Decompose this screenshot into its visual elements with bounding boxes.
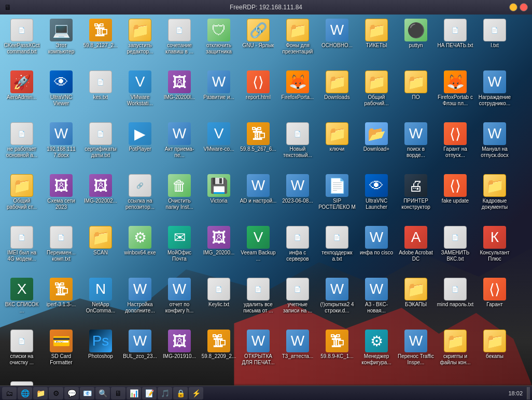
desktop-icon-gnu-shortcut[interactable]: 🔗GNU - Ярлык xyxy=(239,17,278,66)
desktop-icon-img2020-1[interactable]: 🖼IMG-20200l... xyxy=(160,68,199,118)
taskbar-icon-11[interactable]: 🔒 xyxy=(173,387,188,399)
taskbar-icon-7[interactable]: 🖥 xyxy=(111,387,125,399)
taskbar-icon-5[interactable]: 📧 xyxy=(80,387,94,399)
desktop-icon-iperf[interactable]: 🗜iperf-3.1.3-... xyxy=(41,276,81,325)
desktop-icon-pereimen[interactable]: 📄Переимен... комп.txt xyxy=(41,224,81,274)
desktop-icon-klyuchi[interactable]: 📁ключи xyxy=(317,120,357,170)
desktop-icon-downloads[interactable]: 📁Downloads xyxy=(317,68,357,118)
desktop-icon-vmware-co[interactable]: VVMware-co... xyxy=(199,120,239,170)
taskbar-icon-8[interactable]: 📊 xyxy=(127,387,141,399)
desktop-icon-downloadplus[interactable]: 📂Download+ xyxy=(357,120,396,170)
desktop-icon-ltxt[interactable]: 📄l.txt xyxy=(475,17,514,66)
desktop-icon-kulakov[interactable]: 📄Кулаков СЭД Дело.txt xyxy=(2,379,41,385)
desktop-icon-obsh-rabochy[interactable]: 📁Общий рабочий... xyxy=(357,68,396,118)
desktop-icon-ssylka[interactable]: 🔗ссылка на репозитор... xyxy=(120,172,160,222)
desktop-icon-victoria[interactable]: 💾Victoria xyxy=(199,172,239,222)
desktop-icon-menedzher[interactable]: ⚙Менеджер конфигура... xyxy=(357,327,396,377)
desktop-icon-fake-update[interactable]: ⟨⟩fake update xyxy=(436,172,475,222)
desktop-icon-tickets[interactable]: 📁ТИКЕТЫ xyxy=(357,17,396,66)
desktop-icon-nastroyka[interactable]: WНастройка дополните... xyxy=(120,276,160,325)
desktop-icon-info-servers[interactable]: 📄инфа с серверов xyxy=(278,224,317,274)
desktop-icon-bul-zco[interactable]: WBUL_zco_23... xyxy=(120,327,160,377)
desktop-icon-keylic[interactable]: 📄Keylic.txt xyxy=(199,276,239,325)
desktop-icon-zip2209[interactable]: 🗜59.8_2209_2... xyxy=(199,327,239,377)
taskbar-icon-6[interactable]: 🔍 xyxy=(95,387,110,399)
desktop-icon-t3-attest[interactable]: WТ3_аттеста... xyxy=(278,327,317,377)
desktop-icon-skripti[interactable]: 📁скрипты и файлы кон... xyxy=(436,327,475,377)
desktop-icon-computer[interactable]: 💻Этот компьютер xyxy=(41,17,81,66)
desktop-icon-ultravnc-launcher[interactable]: 👁UltraVNC Launcher xyxy=(357,172,396,222)
desktop-icon-potplayer[interactable]: ▶PotPlayer xyxy=(120,120,160,170)
desktop-icon-razvitie[interactable]: WРазвитие и... xyxy=(199,68,239,118)
desktop-icon-shortcut-keys[interactable]: 📄сочетание клавиш в ... xyxy=(160,17,199,66)
desktop-icon-otkrytka-print[interactable]: WОТКРЫТКА ДЛЯ ПЕЧАТ... xyxy=(239,327,278,377)
desktop-icon-mind-parol[interactable]: 📄mind пароль.txt xyxy=(436,276,475,325)
desktop-icon-backgrounds[interactable]: 📁Фоны для презентаций xyxy=(278,17,317,66)
desktop-icon-imei[interactable]: 📄IMEI был на 4G модем... xyxy=(2,224,41,274)
desktop-icon-firefoxportab2[interactable]: 🦊FirefoxPortab с Флэш пл... xyxy=(436,68,475,118)
desktop-icon-garant[interactable]: ⟨⟩Гарант на отпуск... xyxy=(436,120,475,170)
desktop-icon-kadrovye[interactable]: 📁Кадровые документы xyxy=(475,172,514,222)
desktop-icon-photoshop[interactable]: PsPhotoshop xyxy=(81,327,120,377)
taskbar-icon-10[interactable]: 🎵 xyxy=(158,387,172,399)
desktop-icon-img2020-3[interactable]: 🖼IMG_20200... xyxy=(199,224,239,274)
desktop-icon-poisk[interactable]: Wпоиск в ворде... xyxy=(396,120,436,170)
taskbar-icon-0[interactable]: 🗂 xyxy=(2,387,17,399)
desktop-icon-printer-constr[interactable]: 🖨ПРИНТЕР конструктор xyxy=(396,172,436,222)
desktop-icon-vmware[interactable]: VVMware Workstati... xyxy=(120,68,160,118)
desktop-icon-garant2[interactable]: ⟨⟩Гарант xyxy=(475,276,514,325)
desktop-icon-akt[interactable]: WАкт приема-пе... xyxy=(160,120,199,170)
desktop-icon-osnovno[interactable]: WОСНОВНО... xyxy=(317,17,357,66)
desktop-icon-2023-06[interactable]: W2023-06-08... xyxy=(278,172,317,222)
desktop-icon-launch-editor[interactable]: 📁запустить редактор... xyxy=(120,17,160,66)
desktop-icon-moyoffis[interactable]: ✉МойОфис Почта xyxy=(160,224,199,274)
taskbar-icon-9[interactable]: 📝 xyxy=(142,387,157,399)
desktop-icon-report-html[interactable]: ⟨⟩report.html xyxy=(239,68,278,118)
close-button[interactable] xyxy=(520,3,528,11)
desktop-icon-sd-card[interactable]: 💳SD Card Formatter xyxy=(41,327,81,377)
desktop-icon-ad-nastro[interactable]: WAD и настрой... xyxy=(239,172,278,222)
minimize-button[interactable] xyxy=(509,3,517,11)
desktop-icon-winbox[interactable]: ⚙winbox64.exe xyxy=(120,224,160,274)
desktop-icon-ultravnc[interactable]: 👁UltraVNC Viewer xyxy=(41,68,81,118)
desktop-icon-otkrytka24[interactable]: W(!)открытка2 4 строки.d... xyxy=(317,276,357,325)
desktop-icon-perenos[interactable]: WПеренос Traffic Inspe... xyxy=(396,327,436,377)
desktop-icon-doc-192[interactable]: W192.168.111 7.docx xyxy=(41,120,81,170)
desktop-icon-nagrazhdenie[interactable]: WНаграждение сотруднико... xyxy=(475,68,514,118)
desktop-icon-sip-rostelekom[interactable]: 📄SIP РОСТЕЛЕКО М xyxy=(317,172,357,222)
desktop-icon-veeam[interactable]: VVeeam Backup ... xyxy=(239,224,278,274)
desktop-icon-schema[interactable]: 🖼Схема сети 2023 xyxy=(41,172,81,222)
desktop-icon-manual[interactable]: WМануал на отпуск.docx xyxy=(475,120,514,170)
desktop-icon-ne-rabotaet[interactable]: 📄не работает основной а... xyxy=(2,120,41,170)
desktop-icon-bekapi[interactable]: 📁БЭКАПЫ xyxy=(396,276,436,325)
desktop-icon-bekapi2[interactable]: 📁бекапы xyxy=(475,327,514,377)
taskbar-icon-12[interactable]: ⚡ xyxy=(189,387,203,399)
desktop-icon-zip1[interactable]: 🗜59.8_2127_2... xyxy=(81,17,120,66)
desktop-icon-a3-vks[interactable]: WА3 - ВКС-новая... xyxy=(357,276,396,325)
desktop-icon-info-cisco[interactable]: Wинфа по cisco xyxy=(357,224,396,274)
desktop-icon-scan[interactable]: 📁SCAN xyxy=(81,224,120,274)
taskbar-icon-4[interactable]: 💬 xyxy=(64,387,79,399)
desktop-icon-img2020-2[interactable]: 🖼IMG-202002... xyxy=(81,172,120,222)
desktop-icon-netapp[interactable]: NNetApp OnComma... xyxy=(81,276,120,325)
desktop-icon-otchet[interactable]: Wотчет по конфигу h... xyxy=(160,276,199,325)
desktop-icon-udalit[interactable]: 📄удалить все письма от ... xyxy=(239,276,278,325)
desktop-icon-adobe-acrobat[interactable]: AAdobe Acrobat DC xyxy=(396,224,436,274)
desktop-icon-ochistit[interactable]: 🗑Очистить папку Inst... xyxy=(160,172,199,222)
desktop-icon-tehpodderzhka[interactable]: 📄техподдержк а.txt xyxy=(317,224,357,274)
desktop-icon-kes[interactable]: 📄kes.txt xyxy=(81,68,120,118)
taskbar-icon-1[interactable]: 🌐 xyxy=(18,387,32,399)
desktop-icon-zamenit-vkc[interactable]: 📄ЗАМЕНИТЬ ВКС.txt xyxy=(436,224,475,274)
desktop-icon-putty[interactable]: ⚫puttyn xyxy=(396,17,436,66)
desktop-icon-spiski[interactable]: 📄списки на очистку ... xyxy=(2,327,41,377)
desktop-icon-naprint[interactable]: 📄НА ПЕЧАТЬ.txt xyxy=(436,17,475,66)
desktop-icon-new-txt[interactable]: 📄Новый текстовый... xyxy=(278,120,317,170)
show-desktop-button[interactable] xyxy=(527,387,530,399)
desktop-icon-firefoxporta[interactable]: 🦊FirefoxPorta... xyxy=(278,68,317,118)
desktop-icon-obsh-rabo2[interactable]: 📁Общий рабочий ст... xyxy=(2,172,41,222)
desktop-icon-po[interactable]: 📁ПО xyxy=(396,68,436,118)
desktop-icon-aeroadmin[interactable]: 🚀AeroAdmin... xyxy=(2,68,41,118)
desktop-icon-59-8-5[interactable]: 🗜59.8.5_267_6... xyxy=(239,120,278,170)
taskbar-icon-3[interactable]: ⚙ xyxy=(49,387,63,399)
desktop-icon-img2019[interactable]: 🖼IMG-201910... xyxy=(160,327,199,377)
